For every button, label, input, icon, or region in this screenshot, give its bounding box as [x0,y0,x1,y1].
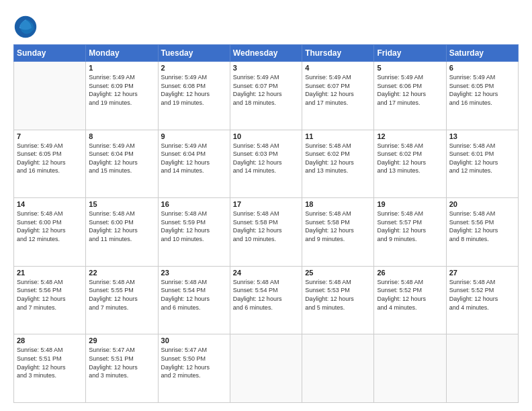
calendar-cell: 9Sunrise: 5:49 AM Sunset: 6:04 PM Daylig… [158,130,230,198]
day-number: 20 [449,200,515,208]
calendar-cell [374,334,446,403]
cell-content: Sunrise: 5:48 AM Sunset: 5:52 PM Dayligh… [377,278,443,312]
header-day: Thursday [302,45,374,62]
calendar-cell: 27Sunrise: 5:48 AM Sunset: 5:52 PM Dayli… [446,266,518,334]
cell-content: Sunrise: 5:49 AM Sunset: 6:05 PM Dayligh… [449,73,515,107]
calendar-cell: 29Sunrise: 5:47 AM Sunset: 5:51 PM Dayli… [86,334,158,403]
day-number: 9 [161,132,227,140]
header-row: SundayMondayTuesdayWednesdayThursdayFrid… [14,45,519,62]
calendar-week: 1Sunrise: 5:49 AM Sunset: 6:09 PM Daylig… [14,62,519,130]
day-number: 7 [17,132,83,140]
calendar-cell [446,334,518,403]
cell-content: Sunrise: 5:49 AM Sunset: 6:04 PM Dayligh… [89,142,154,175]
calendar-cell: 16Sunrise: 5:48 AM Sunset: 5:59 PM Dayli… [158,198,230,267]
calendar-cell: 21Sunrise: 5:48 AM Sunset: 5:56 PM Dayli… [14,266,86,334]
calendar-cell: 6Sunrise: 5:49 AM Sunset: 6:05 PM Daylig… [446,62,518,130]
calendar-cell: 13Sunrise: 5:48 AM Sunset: 6:01 PM Dayli… [446,130,518,198]
calendar-week: 28Sunrise: 5:48 AM Sunset: 5:51 PM Dayli… [14,334,519,403]
day-number: 12 [377,132,443,140]
cell-content: Sunrise: 5:48 AM Sunset: 5:57 PM Dayligh… [377,210,443,243]
header-day: Tuesday [158,45,230,62]
calendar-cell: 2Sunrise: 5:49 AM Sunset: 6:08 PM Daylig… [158,62,230,130]
calendar-week: 21Sunrise: 5:48 AM Sunset: 5:56 PM Dayli… [14,266,519,334]
calendar-cell: 7Sunrise: 5:49 AM Sunset: 6:05 PM Daylig… [14,130,86,198]
day-number: 13 [449,132,515,140]
day-number: 28 [17,336,83,345]
calendar-cell: 30Sunrise: 5:47 AM Sunset: 5:50 PM Dayli… [158,334,230,403]
calendar-cell: 12Sunrise: 5:48 AM Sunset: 6:02 PM Dayli… [374,130,446,198]
cell-content: Sunrise: 5:49 AM Sunset: 6:04 PM Dayligh… [161,142,227,175]
calendar-cell: 18Sunrise: 5:48 AM Sunset: 5:58 PM Dayli… [302,198,374,267]
cell-content: Sunrise: 5:48 AM Sunset: 6:02 PM Dayligh… [305,142,371,175]
calendar-cell: 3Sunrise: 5:49 AM Sunset: 6:07 PM Daylig… [230,62,302,130]
day-number: 30 [161,336,227,345]
calendar-cell: 5Sunrise: 5:49 AM Sunset: 6:06 PM Daylig… [374,62,446,130]
cell-content: Sunrise: 5:48 AM Sunset: 5:58 PM Dayligh… [305,210,371,243]
calendar-week: 14Sunrise: 5:48 AM Sunset: 6:00 PM Dayli… [14,198,519,267]
cell-content: Sunrise: 5:49 AM Sunset: 6:05 PM Dayligh… [17,142,83,175]
day-number: 15 [89,200,154,208]
day-number: 21 [17,269,83,277]
calendar-cell [14,62,86,130]
cell-content: Sunrise: 5:48 AM Sunset: 5:51 PM Dayligh… [17,346,83,379]
cell-content: Sunrise: 5:49 AM Sunset: 6:06 PM Dayligh… [377,73,443,107]
day-number: 4 [305,64,371,72]
cell-content: Sunrise: 5:48 AM Sunset: 6:03 PM Dayligh… [233,142,299,175]
cell-content: Sunrise: 5:49 AM Sunset: 6:09 PM Dayligh… [89,73,154,107]
cell-content: Sunrise: 5:48 AM Sunset: 6:00 PM Dayligh… [89,210,154,243]
cell-content: Sunrise: 5:48 AM Sunset: 5:59 PM Dayligh… [161,210,227,243]
day-number: 1 [89,64,154,72]
cell-content: Sunrise: 5:48 AM Sunset: 6:00 PM Dayligh… [17,210,83,243]
calendar-cell: 24Sunrise: 5:48 AM Sunset: 5:54 PM Dayli… [230,266,302,334]
day-number: 10 [233,132,299,140]
logo-icon [13,15,38,39]
day-number: 8 [89,132,154,140]
calendar-cell [302,334,374,403]
calendar-cell: 4Sunrise: 5:49 AM Sunset: 6:07 PM Daylig… [302,62,374,130]
day-number: 5 [377,64,443,72]
day-number: 22 [89,269,154,277]
header-day: Friday [374,45,446,62]
cell-content: Sunrise: 5:48 AM Sunset: 5:55 PM Dayligh… [89,278,154,312]
cell-content: Sunrise: 5:48 AM Sunset: 6:02 PM Dayligh… [377,142,443,175]
calendar-cell: 20Sunrise: 5:48 AM Sunset: 5:56 PM Dayli… [446,198,518,267]
calendar-cell: 22Sunrise: 5:48 AM Sunset: 5:55 PM Dayli… [86,266,158,334]
cell-content: Sunrise: 5:48 AM Sunset: 5:52 PM Dayligh… [449,278,515,312]
cell-content: Sunrise: 5:47 AM Sunset: 5:50 PM Dayligh… [161,346,227,379]
day-number: 16 [161,200,227,208]
calendar-cell: 28Sunrise: 5:48 AM Sunset: 5:51 PM Dayli… [14,334,86,403]
cell-content: Sunrise: 5:49 AM Sunset: 6:07 PM Dayligh… [305,73,371,107]
day-number: 14 [17,200,83,208]
day-number: 17 [233,200,299,208]
cell-content: Sunrise: 5:48 AM Sunset: 5:54 PM Dayligh… [161,278,227,312]
cell-content: Sunrise: 5:48 AM Sunset: 5:58 PM Dayligh… [233,210,299,243]
calendar-table: SundayMondayTuesdayWednesdayThursdayFrid… [13,44,519,403]
day-number: 6 [449,64,515,72]
calendar-cell: 10Sunrise: 5:48 AM Sunset: 6:03 PM Dayli… [230,130,302,198]
day-number: 26 [377,269,443,277]
logo [13,15,40,39]
day-number: 25 [305,269,371,277]
header [13,12,519,39]
day-number: 27 [449,269,515,277]
calendar-cell [230,334,302,403]
calendar-cell: 19Sunrise: 5:48 AM Sunset: 5:57 PM Dayli… [374,198,446,267]
calendar-cell: 8Sunrise: 5:49 AM Sunset: 6:04 PM Daylig… [86,130,158,198]
day-number: 2 [161,64,227,72]
header-day: Monday [86,45,158,62]
cell-content: Sunrise: 5:48 AM Sunset: 5:56 PM Dayligh… [449,210,515,243]
day-number: 29 [89,336,154,345]
cell-content: Sunrise: 5:48 AM Sunset: 5:53 PM Dayligh… [305,278,371,312]
cell-content: Sunrise: 5:49 AM Sunset: 6:07 PM Dayligh… [233,73,299,107]
calendar-cell: 17Sunrise: 5:48 AM Sunset: 5:58 PM Dayli… [230,198,302,267]
calendar-cell: 26Sunrise: 5:48 AM Sunset: 5:52 PM Dayli… [374,266,446,334]
cell-content: Sunrise: 5:49 AM Sunset: 6:08 PM Dayligh… [161,73,227,107]
header-day: Sunday [14,45,86,62]
calendar-cell: 15Sunrise: 5:48 AM Sunset: 6:00 PM Dayli… [86,198,158,267]
cell-content: Sunrise: 5:48 AM Sunset: 5:56 PM Dayligh… [17,278,83,312]
day-number: 11 [305,132,371,140]
calendar-cell: 14Sunrise: 5:48 AM Sunset: 6:00 PM Dayli… [14,198,86,267]
day-number: 3 [233,64,299,72]
calendar-cell: 23Sunrise: 5:48 AM Sunset: 5:54 PM Dayli… [158,266,230,334]
header-day: Saturday [446,45,518,62]
